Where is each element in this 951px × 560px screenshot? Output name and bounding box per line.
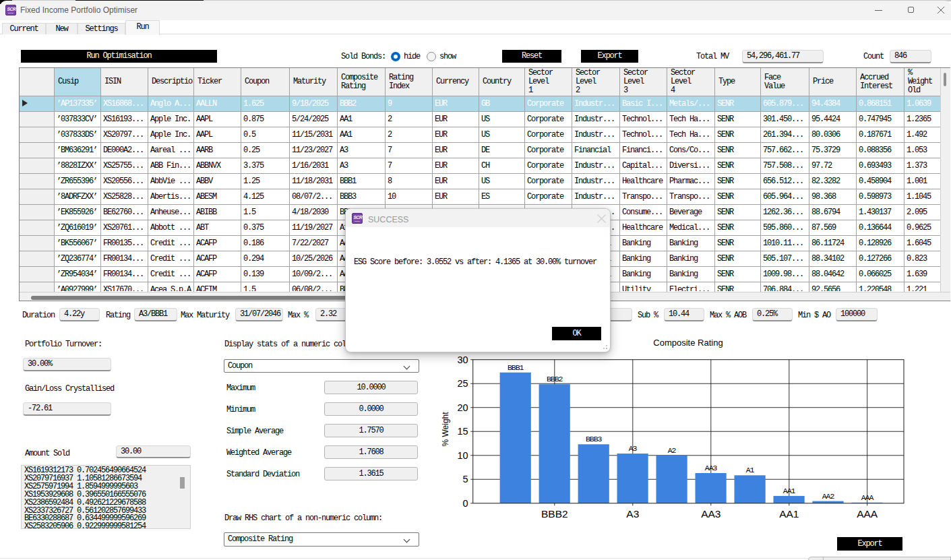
svg-text:Composite Rating: Composite Rating (653, 338, 723, 348)
svg-text:15: 15 (458, 426, 468, 437)
svg-text:5: 5 (463, 474, 468, 485)
svg-text:A3: A3 (629, 444, 638, 453)
svg-text:0: 0 (463, 498, 468, 509)
svg-text:AAA: AAA (857, 508, 878, 520)
svg-text:BBB1: BBB1 (508, 363, 524, 372)
svg-text:BBB2: BBB2 (541, 508, 568, 520)
svg-text:A1: A1 (746, 466, 755, 474)
svg-text:BBB2: BBB2 (547, 375, 563, 383)
svg-text:30: 30 (458, 354, 468, 365)
svg-text:AAA: AAA (861, 493, 874, 502)
svg-text:20: 20 (458, 402, 468, 413)
svg-text:AA2: AA2 (822, 492, 835, 501)
svg-text:AA3: AA3 (701, 508, 720, 520)
svg-text:AA1: AA1 (779, 508, 799, 520)
svg-text:AA1: AA1 (783, 487, 796, 495)
svg-text:A2: A2 (668, 446, 677, 455)
svg-text:% Weight: % Weight (441, 412, 450, 447)
svg-text:A3: A3 (626, 508, 639, 520)
svg-text:AA3: AA3 (705, 464, 718, 472)
svg-text:25: 25 (458, 378, 468, 389)
svg-text:10: 10 (458, 450, 468, 461)
svg-text:BBB3: BBB3 (586, 435, 603, 443)
